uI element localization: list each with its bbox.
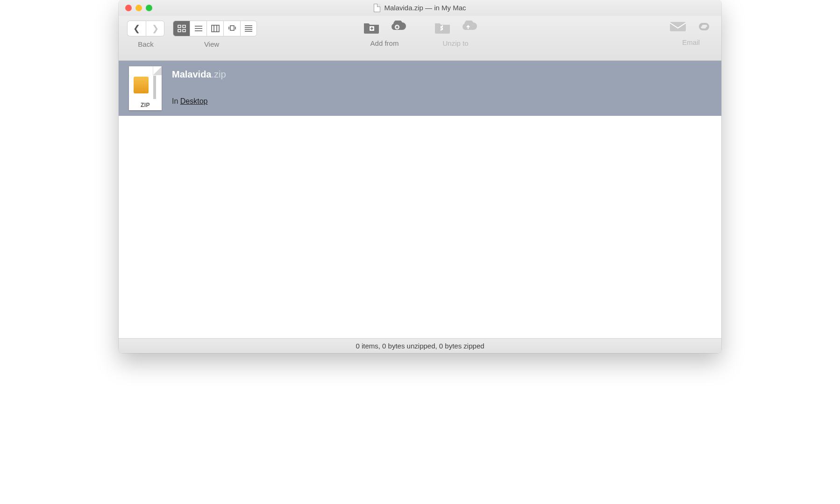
svg-rect-7 <box>212 25 219 32</box>
view-coverflow-button[interactable] <box>223 21 240 36</box>
zip-tag: ZIP <box>129 102 162 108</box>
forward-button[interactable]: ❯ <box>146 21 164 36</box>
status-bar: 0 items, 0 bytes unzipped, 0 bytes zippe… <box>119 338 721 353</box>
view-group: View <box>166 21 257 48</box>
file-location: In Desktop <box>172 97 226 106</box>
file-list-area <box>119 116 721 338</box>
traffic-lights <box>119 5 152 11</box>
close-window-button[interactable] <box>125 5 132 11</box>
chevron-right-icon: ❯ <box>152 23 159 34</box>
svg-rect-1 <box>183 25 185 28</box>
link-icon <box>695 21 713 33</box>
status-text: 0 items, 0 bytes unzipped, 0 bytes zippe… <box>356 342 484 350</box>
titlebar: Malavida.zip — in My Mac <box>119 0 721 16</box>
coverflow-icon <box>228 25 236 32</box>
view-label: View <box>204 40 219 48</box>
addfrom-label: Add from <box>370 39 399 47</box>
back-label: Back <box>138 40 153 48</box>
list-icon <box>194 25 203 32</box>
cloud-plus-icon <box>388 21 406 32</box>
unzipto-label: Unzip to <box>442 39 468 47</box>
compact-list-icon <box>244 25 253 32</box>
file-header: ZIP Malavida.zip In Desktop <box>119 61 721 116</box>
toolbar: ❮ ❯ Back <box>119 16 721 61</box>
svg-rect-10 <box>230 26 234 30</box>
view-icons-button[interactable] <box>173 21 190 36</box>
svg-rect-0 <box>178 25 181 28</box>
svg-rect-23 <box>670 22 686 31</box>
email-group: Email <box>669 21 713 46</box>
svg-rect-2 <box>178 29 181 32</box>
file-location-link[interactable]: Desktop <box>180 97 208 105</box>
columns-icon <box>211 25 220 32</box>
folder-plus-icon <box>363 21 380 34</box>
unzip-to-cloud-button[interactable] <box>459 21 477 35</box>
share-link-button[interactable] <box>695 21 713 35</box>
unzipto-group: Unzip to <box>434 21 477 47</box>
envelope-icon <box>669 21 687 33</box>
cloud-up-icon <box>459 21 477 32</box>
back-group: ❮ ❯ Back <box>127 21 164 48</box>
unzip-to-folder-button[interactable] <box>434 21 451 35</box>
view-columns-button[interactable] <box>206 21 223 36</box>
grid-icon <box>178 25 186 32</box>
add-from-folder-button[interactable] <box>363 21 380 35</box>
window-title: Malavida.zip — in My Mac <box>384 4 466 12</box>
view-compact-button[interactable] <box>240 21 257 36</box>
view-list-button[interactable] <box>190 21 206 36</box>
file-name: Malavida.zip <box>172 69 226 80</box>
chevron-left-icon: ❮ <box>133 23 140 34</box>
unzip-folder-icon <box>434 21 451 34</box>
zoom-window-button[interactable] <box>146 5 152 11</box>
addfrom-group: Add from <box>363 21 406 47</box>
email-button[interactable] <box>669 21 687 35</box>
minimize-window-button[interactable] <box>135 5 142 11</box>
zip-file-thumbnail: ZIP <box>129 66 162 110</box>
app-window: Malavida.zip — in My Mac ❮ ❯ Back <box>119 0 721 353</box>
add-from-cloud-button[interactable] <box>388 21 406 35</box>
svg-rect-3 <box>183 29 185 32</box>
email-label: Email <box>682 38 700 46</box>
back-button[interactable]: ❮ <box>127 21 146 36</box>
document-icon <box>374 4 380 12</box>
